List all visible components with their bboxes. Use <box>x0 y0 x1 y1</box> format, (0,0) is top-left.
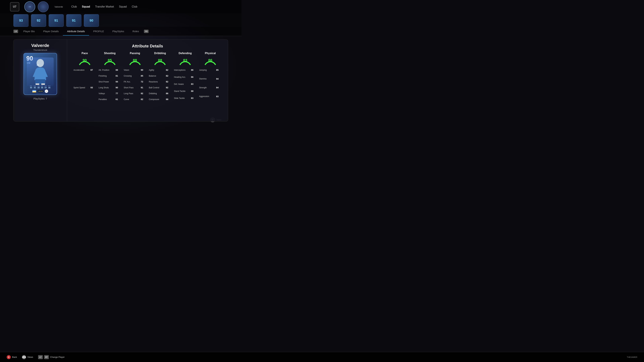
svg-rect-3 <box>41 83 45 85</box>
nav-player-thumb-1[interactable]: CM <box>24 1 35 12</box>
attr-ball-control: Ball Control 92 <box>149 86 171 89</box>
svg-rect-2 <box>36 83 39 85</box>
attr-short-pass: Short Pass 91 <box>124 86 146 89</box>
attr-att-position: Att. Position 88 <box>98 69 121 71</box>
attr-curve: Curve 82 <box>124 98 146 100</box>
attr-acceleration: Acceleration 87 <box>74 69 96 71</box>
attr-agility: Agility 82 <box>149 69 171 71</box>
strip-card-5[interactable]: 90 <box>84 14 99 27</box>
card-stat-dri: DRI 88 <box>41 85 43 89</box>
player-name: Valverde <box>31 43 49 48</box>
cat-physical-gauge: 86 <box>204 56 217 64</box>
cat-defending-value: 83 <box>178 56 192 64</box>
cat-passing-value: 88 <box>128 56 142 64</box>
attr-jumping: Jumping 85 <box>199 69 222 71</box>
player-image <box>27 57 54 86</box>
attr-interceptions: Interceptions 86 <box>174 69 196 71</box>
app-logo: U7 <box>10 2 19 11</box>
attr-slide-tackle: Slide Tackle 83 <box>174 97 196 99</box>
attr-def-aware: Def. Aware 83 <box>174 83 196 85</box>
league-badge: LALIGA <box>38 90 44 92</box>
player-nav-name: Valverde <box>54 5 63 8</box>
player-card: 90 CM <box>24 53 57 95</box>
nav-club[interactable]: Club <box>71 5 77 8</box>
strip-card-4[interactable]: 91 <box>66 14 81 27</box>
attr-volleys: Volleys 77 <box>98 92 121 95</box>
attr-stamina: Stamina 94 <box>199 78 222 80</box>
cat-shooting-gauge: 85 <box>103 56 116 64</box>
attr-balance: Balance 82 <box>149 75 171 77</box>
attr-vision: Vision 90 <box>124 69 146 71</box>
attr-shot-power: Shot Power 94 <box>98 80 121 83</box>
playstyles-count: PlayStyles: 7 <box>34 97 47 100</box>
attr-stand-tackle: Stand Tackle 88 <box>174 90 196 92</box>
attr-title: Attribute Details <box>72 44 223 48</box>
card-stats-row: PAC 90 SHO 85 PAS 88 DRI 88 DEF 83 <box>24 85 57 89</box>
cat-pace-header: Pace 90 <box>78 52 92 66</box>
country-flag <box>32 90 36 92</box>
attr-aggression: Aggression 83 <box>199 95 222 98</box>
player-silhouette-svg <box>30 58 50 85</box>
attr-fk-acc: FK Acc. 72 <box>124 80 146 83</box>
strip-card-1[interactable]: 93 <box>14 14 28 27</box>
strip-card-2[interactable]: 92 <box>31 14 46 27</box>
col-dribbling: Dribbling 88 Agility 82 <box>148 52 172 103</box>
cat-shooting-header: Shooting 85 <box>103 52 116 66</box>
col-physical: Physical 86 Jumping 85 <box>198 52 223 103</box>
nav-transfer-market[interactable]: Transfer Market <box>95 5 114 8</box>
card-stat-def: DEF 83 <box>44 85 47 89</box>
col-defending: Defending 83 Interceptions 86 <box>172 52 198 103</box>
attr-long-shots: Long Shots 90 <box>98 86 121 89</box>
col-pace: Pace 90 Acceleration 87 <box>72 52 97 103</box>
cat-pace-gauge: 90 <box>78 56 92 64</box>
top-menu: Club Squad Transfer Market Squad Club <box>71 5 137 8</box>
tab-playstyles[interactable]: PlayStyles <box>108 27 128 35</box>
strip-card-3[interactable]: 91 <box>49 14 64 27</box>
card-stat-sho: SHO 85 <box>34 85 36 89</box>
tab-player-details[interactable]: Player Details <box>39 27 63 35</box>
cat-dribbling-header: Dribbling 88 <box>153 52 167 66</box>
tab-nav: LB Player Bio Player Details Attribute D… <box>0 27 242 36</box>
tab-badge-left: LB <box>14 30 18 33</box>
nav-squad[interactable]: Squad <box>82 5 90 8</box>
col-passing: Passing 88 Vision 90 <box>122 52 148 103</box>
main-content: Valverde Thunderstruck 90 CM <box>14 39 228 121</box>
attr-composure: Composure 88 <box>149 98 171 100</box>
tab-badge-right: RB <box>144 30 148 33</box>
attr-crossing: Crossing 85 <box>124 75 146 77</box>
card-stat-phy: PHY 86 <box>48 85 50 89</box>
nav-squad-2[interactable]: Squad <box>119 5 126 8</box>
attributes-panel: Attribute Details Pace 90 Acc <box>67 39 228 121</box>
cat-shooting-value: 85 <box>103 56 116 64</box>
nav-club-2[interactable]: Club <box>132 5 137 8</box>
card-stat-pac: PAC 90 <box>30 85 32 89</box>
cat-defending-gauge: 83 <box>178 56 192 64</box>
cat-physical-value: 86 <box>204 56 217 64</box>
attr-heading-acc: Heading Acc. 66 <box>174 76 196 78</box>
cat-defending-header: Defending 83 <box>178 52 192 66</box>
cat-passing-header: Passing 88 <box>128 52 142 66</box>
nav-player-thumb-2[interactable] <box>38 1 49 12</box>
cat-passing-gauge: 88 <box>128 56 142 64</box>
cat-dribbling-value: 88 <box>153 56 167 64</box>
attr-finishing: Finishing 81 <box>98 75 121 77</box>
attr-strength: Strength 84 <box>199 86 222 89</box>
cards-strip: 93 92 91 91 90 <box>0 13 242 27</box>
player-special: Thunderstruck <box>33 49 47 51</box>
attr-long-pass: Long Pass 92 <box>124 92 146 95</box>
nav-player-cards: CM <box>24 1 49 12</box>
svg-point-0 <box>36 59 44 67</box>
top-nav: U7 CM Valverde Club Squad Transfer Marke… <box>0 0 242 13</box>
tab-roles[interactable]: Roles <box>128 27 143 35</box>
attr-dribbling-stat: Dribbling 86 <box>149 92 171 95</box>
player-panel: Valverde Thunderstruck 90 CM <box>14 39 67 121</box>
cat-pace-value: 90 <box>78 56 92 64</box>
team-badge: RM <box>45 89 48 93</box>
tab-profile[interactable]: PROFILE <box>89 27 108 35</box>
attr-reactions: Reactions 92 <box>149 80 171 83</box>
cat-physical-header: Physical 86 <box>204 52 217 66</box>
tab-player-bio[interactable]: Player Bio <box>19 27 39 35</box>
tab-attribute-details[interactable]: Attribute Details <box>63 27 89 35</box>
attr-categories: Pace 90 Acceleration 87 <box>72 52 223 103</box>
card-stat-pas: PAS 88 <box>38 85 40 89</box>
